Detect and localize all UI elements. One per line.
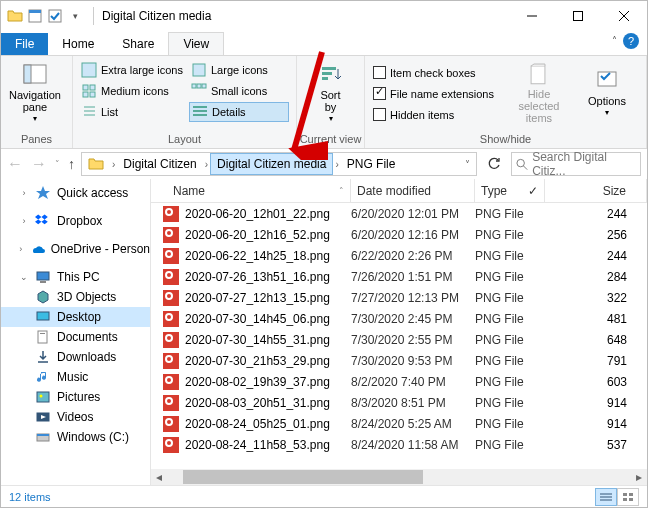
chevron-right-icon[interactable]: › [110, 159, 117, 170]
svg-rect-46 [629, 498, 633, 501]
nav-desktop[interactable]: Desktop [1, 307, 150, 327]
qat-dropdown-icon[interactable]: ▾ [67, 8, 83, 24]
collapse-ribbon-icon[interactable]: ˄ [612, 35, 617, 46]
crumb-digital-citizen-media[interactable]: Digital Citizen media [210, 153, 333, 175]
nav-downloads[interactable]: Downloads [1, 347, 150, 367]
col-type[interactable]: Type✓ [475, 179, 545, 202]
svg-rect-25 [322, 77, 328, 80]
file-row[interactable]: 2020-08-24_05h25_01.png8/24/2020 5:25 AM… [151, 413, 647, 434]
file-type: PNG File [475, 207, 545, 221]
layout-large[interactable]: Large icons [189, 60, 289, 80]
content-area: ›Quick access ›Dropbox ›OneDrive - Perso… [1, 179, 647, 485]
file-row[interactable]: 2020-08-24_11h58_53.png8/24/2020 11:58 A… [151, 434, 647, 455]
nav-quick-access[interactable]: ›Quick access [1, 183, 150, 203]
file-name: 2020-07-26_13h51_16.png [185, 270, 330, 284]
forward-button[interactable]: → [31, 155, 47, 173]
hide-selected-button[interactable]: Hide selected items [506, 63, 572, 125]
file-date: 7/30/2020 2:55 PM [351, 333, 475, 347]
nav-pictures[interactable]: Pictures [1, 387, 150, 407]
details-view-toggle[interactable] [595, 488, 617, 506]
options-button[interactable]: Options ▾ [582, 63, 632, 125]
nav-3d-objects[interactable]: 3D Objects [1, 287, 150, 307]
file-extensions-toggle[interactable]: File name extensions [371, 84, 496, 104]
nav-videos[interactable]: Videos [1, 407, 150, 427]
item-checkboxes-toggle[interactable]: Item check boxes [371, 63, 496, 83]
crumb-digital-citizen[interactable]: Digital Citizen [117, 153, 202, 175]
tab-share[interactable]: Share [108, 33, 168, 55]
layout-list[interactable]: List [79, 102, 189, 122]
file-row[interactable]: 2020-08-03_20h51_31.png8/3/2020 8:51 PMP… [151, 392, 647, 413]
svg-rect-9 [193, 64, 205, 76]
col-name[interactable]: Name˄ [151, 179, 351, 202]
chevron-right-icon[interactable]: › [333, 159, 340, 170]
svg-rect-14 [192, 84, 196, 88]
navigation-pane[interactable]: ›Quick access ›Dropbox ›OneDrive - Perso… [1, 179, 151, 485]
file-row[interactable]: 2020-06-20_12h01_22.png6/20/2020 12:01 P… [151, 203, 647, 224]
layout-details[interactable]: Details [189, 102, 289, 122]
file-size: 648 [545, 333, 647, 347]
png-file-icon [163, 437, 179, 453]
tab-file[interactable]: File [1, 33, 48, 55]
horizontal-scrollbar[interactable]: ◂ ▸ [151, 469, 647, 485]
window-title: Digital Citizen media [98, 9, 509, 23]
png-file-icon [163, 248, 179, 264]
file-row[interactable]: 2020-06-20_12h16_52.png6/20/2020 12:16 P… [151, 224, 647, 245]
file-name: 2020-07-30_21h53_29.png [185, 354, 330, 368]
hidden-items-toggle[interactable]: Hidden items [371, 105, 496, 125]
file-size: 284 [545, 270, 647, 284]
nav-music[interactable]: Music [1, 367, 150, 387]
scroll-left-icon[interactable]: ◂ [151, 469, 167, 485]
up-button[interactable]: ↑ [68, 156, 75, 172]
file-type: PNG File [475, 312, 545, 326]
scroll-right-icon[interactable]: ▸ [631, 469, 647, 485]
tab-home[interactable]: Home [48, 33, 108, 55]
crumb-png-file[interactable]: PNG File [341, 153, 402, 175]
checkbox-icon[interactable] [47, 8, 63, 24]
svg-rect-7 [24, 65, 31, 83]
scrollbar-thumb[interactable] [183, 470, 423, 484]
nav-documents[interactable]: Documents [1, 327, 150, 347]
nav-onedrive[interactable]: ›OneDrive - Person [1, 239, 150, 259]
file-row[interactable]: 2020-08-02_19h39_37.png8/2/2020 7:40 PMP… [151, 371, 647, 392]
col-size[interactable]: Size [545, 179, 647, 202]
file-row[interactable]: 2020-07-26_13h51_16.png7/26/2020 1:51 PM… [151, 266, 647, 287]
file-size: 603 [545, 375, 647, 389]
sort-by-button[interactable]: Sort by ▾ [303, 63, 358, 125]
tab-view[interactable]: View [168, 32, 224, 55]
help-icon[interactable]: ? [623, 33, 639, 49]
search-input[interactable]: Search Digital Citiz... [511, 152, 641, 176]
refresh-button[interactable] [483, 153, 505, 175]
close-button[interactable] [601, 1, 647, 31]
svg-rect-35 [37, 392, 49, 402]
back-button[interactable]: ← [7, 155, 23, 173]
file-name: 2020-07-30_14h45_06.png [185, 312, 330, 326]
file-row[interactable]: 2020-07-30_14h55_31.png7/30/2020 2:55 PM… [151, 329, 647, 350]
file-name: 2020-06-20_12h01_22.png [185, 207, 330, 221]
file-date: 8/2/2020 7:40 PM [351, 375, 475, 389]
file-row[interactable]: 2020-06-22_14h25_18.png6/22/2020 2:26 PM… [151, 245, 647, 266]
nav-this-pc[interactable]: ⌄This PC [1, 267, 150, 287]
layout-medium[interactable]: Medium icons [79, 81, 189, 101]
file-size: 537 [545, 438, 647, 452]
nav-dropbox[interactable]: ›Dropbox [1, 211, 150, 231]
breadcrumb[interactable]: › Digital Citizen › Digital Citizen medi… [81, 152, 477, 176]
col-date[interactable]: Date modified [351, 179, 475, 202]
png-file-icon [163, 353, 179, 369]
address-dropdown-icon[interactable]: ˅ [459, 159, 476, 170]
file-date: 7/27/2020 12:13 PM [351, 291, 475, 305]
recent-dropdown-icon[interactable]: ˅ [55, 159, 60, 169]
file-row[interactable]: 2020-07-30_14h45_06.png7/30/2020 2:45 PM… [151, 308, 647, 329]
nav-windows-c[interactable]: Windows (C:) [1, 427, 150, 447]
maximize-button[interactable] [555, 1, 601, 31]
layout-small[interactable]: Small icons [189, 81, 289, 101]
file-row[interactable]: 2020-07-27_12h13_15.png7/27/2020 12:13 P… [151, 287, 647, 308]
navigation-pane-button[interactable]: Navigation pane ▾ [7, 63, 63, 125]
properties-icon[interactable] [27, 8, 43, 24]
file-type: PNG File [475, 375, 545, 389]
layout-extra-large[interactable]: Extra large icons [79, 60, 189, 80]
thumbnails-view-toggle[interactable] [617, 488, 639, 506]
minimize-button[interactable] [509, 1, 555, 31]
chevron-right-icon[interactable]: › [203, 159, 210, 170]
file-row[interactable]: 2020-07-30_21h53_29.png7/30/2020 9:53 PM… [151, 350, 647, 371]
file-size: 244 [545, 249, 647, 263]
